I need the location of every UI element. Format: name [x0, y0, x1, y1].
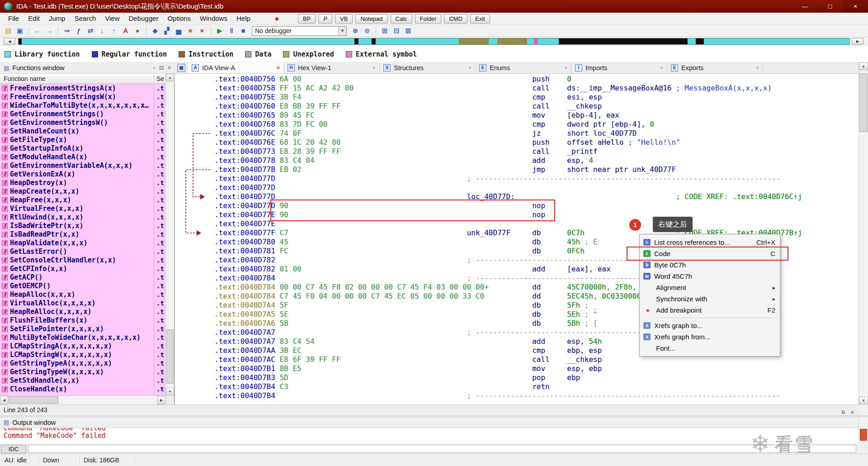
jump-down-icon[interactable]: ↓	[97, 26, 108, 36]
jump-address-icon[interactable]: ⇒	[61, 26, 72, 36]
scroll-down-icon[interactable]: ▼	[859, 397, 868, 404]
stop-process-icon[interactable]: ■	[238, 26, 249, 36]
scroll-up-icon[interactable]: ▲	[166, 74, 174, 81]
function-list-item[interactable]: fFreeEnvironmentStringsA(x).t	[0, 84, 165, 93]
function-list-item[interactable]: fGetLastError().t	[0, 247, 165, 256]
function-list-item[interactable]: fHeapReAlloc(x,x,x,x).t	[0, 308, 165, 316]
scroll-right-icon[interactable]: ▶	[157, 396, 165, 404]
quick-button-notepad[interactable]: Notepad	[355, 14, 387, 24]
function-list-item[interactable]: fVirtualAlloc(x,x,x,x).t	[0, 299, 165, 308]
function-list-item[interactable]: fRtlUnwind(x,x,x,x).t	[0, 213, 165, 222]
function-list-item[interactable]: fHeapValidate(x,x,x).t	[0, 239, 165, 247]
tab-hex-view-1[interactable]: HHex View-1×	[284, 62, 380, 73]
function-list-item[interactable]: fGetStringTypeW(x,x,x,x).t	[0, 368, 165, 376]
function-list-item[interactable]: fWideCharToMultiByte(x,x,x,x,x,x,x….t	[0, 101, 165, 110]
tab-enums[interactable]: EEnums×	[476, 62, 571, 73]
script-icon[interactable]: ∗	[185, 26, 196, 36]
scroll-down-icon[interactable]: ▼	[166, 388, 174, 395]
menu-options[interactable]: Options	[163, 13, 195, 24]
disasm-line[interactable]: .text:0040D77BEB 02jmpshort near ptr unk…	[175, 165, 859, 174]
disasm-line[interactable]: .text:0040D7B4; ------------------------…	[175, 391, 859, 400]
function-list-item[interactable]: fHeapFree(x,x,x).t	[0, 196, 165, 204]
attach-process-icon[interactable]: ⊕	[350, 26, 361, 36]
tile-windows-icon[interactable]: ⊟	[391, 26, 402, 36]
function-list-item[interactable]: fHeapAlloc(x,x,x).t	[0, 290, 165, 299]
column-segment[interactable]: Se	[156, 74, 164, 84]
minimize-button[interactable]: —	[792, 0, 817, 13]
scroll-thumb[interactable]	[9, 396, 58, 404]
function-list-item[interactable]: fVirtualFree(x,x,x).t	[0, 204, 165, 213]
tab-ida-view-a[interactable]: AIDA View-A×	[188, 62, 284, 73]
menu-help[interactable]: Help	[232, 13, 255, 24]
windows-list-icon[interactable]: ⊞	[379, 26, 390, 36]
menu-windows[interactable]: Windows	[195, 13, 232, 24]
tab-close-icon[interactable]: ×	[756, 65, 759, 71]
navigation-band[interactable]	[18, 38, 850, 45]
context-menu-item-add-breakpoint[interactable]: ●Add breakpointF2	[640, 304, 780, 316]
jump-xref-icon[interactable]: ⇄	[85, 26, 96, 36]
tab-close-icon[interactable]: ×	[564, 65, 567, 71]
function-list-item[interactable]: fFlushFileBuffers(x).t	[0, 316, 165, 325]
context-menu-item-font[interactable]: Font...	[640, 342, 780, 354]
tab-close-icon[interactable]: ×	[277, 65, 280, 71]
scroll-left-icon[interactable]: ◀	[0, 396, 8, 404]
open-file-icon[interactable]: ▤	[3, 26, 14, 36]
scroll-thumb[interactable]	[166, 329, 174, 384]
disasm-line[interactable]: .text:0040D7B18B E5movesp, ebp	[175, 364, 859, 373]
cancel-icon[interactable]: ×	[197, 26, 208, 36]
callgraph-icon[interactable]: ▞	[161, 26, 172, 36]
disasm-line[interactable]: .text:0040D76E68 1C 20 42 00pushoffset a…	[175, 138, 859, 147]
disasm-line[interactable]: .text:0040D760E8 BB 39 FF FFcall__chkesp	[175, 102, 859, 111]
menu-debugger[interactable]: Debugger	[124, 13, 163, 24]
dock-panel-icon[interactable]: ⊟	[159, 65, 164, 71]
close-button[interactable]: ×	[843, 0, 868, 13]
column-function-name[interactable]: Function name	[4, 74, 46, 84]
menu-view[interactable]: View	[100, 13, 124, 24]
disasm-line[interactable]: .text:0040D77D	[175, 183, 859, 192]
disasm-line[interactable]: .text:0040D7B35Dpopebp	[175, 373, 859, 382]
function-list-item[interactable]: fGetEnvironmentVariableA(x,x,x).t	[0, 162, 165, 170]
tab-close-icon[interactable]: ×	[373, 65, 376, 71]
column-divider[interactable]	[154, 75, 154, 83]
nav-back-icon[interactable]: ←	[32, 26, 43, 36]
disasm-line[interactable]: .text:0040D76589 45 FCmov[ebp-4], eax	[175, 111, 859, 120]
flowchart-icon[interactable]: ◆	[150, 26, 160, 36]
disasm-line[interactable]: .text:0040D77D; ------------------------…	[175, 174, 859, 183]
context-menu-item-xrefs-graph-from[interactable]: xXrefs graph from...	[640, 331, 780, 342]
function-list-item[interactable]: fLCMapStringA(x,x,x,x,x,x).t	[0, 342, 165, 351]
function-list-item[interactable]: fGetStartupInfoA(x).t	[0, 144, 165, 153]
menu-file[interactable]: File	[4, 13, 24, 24]
function-list-item[interactable]: fLCMapStringW(x,x,x,x,x,x).t	[0, 351, 165, 359]
tab-structures[interactable]: SStructures×	[380, 62, 476, 73]
close-panel-icon[interactable]: ×	[168, 65, 171, 71]
function-list-item[interactable]: fSetHandleCount(x).t	[0, 127, 165, 136]
function-list-item[interactable]: fGetStringTypeA(x,x,x,x,x).t	[0, 359, 165, 368]
view-selector-icon[interactable]: ▦	[177, 64, 185, 72]
disasm-line[interactable]: .text:0040D76C74 0Fjzshort loc_40D77D	[175, 129, 859, 138]
function-list-item[interactable]: fGetCPInfo(x,x).t	[0, 265, 165, 273]
navband-left-arrow-icon[interactable]: ◀	[4, 38, 15, 45]
idc-tab[interactable]: IDC	[1, 445, 26, 453]
save-icon[interactable]: ▣	[14, 26, 25, 36]
function-list-item[interactable]: fGetEnvironmentStringsW().t	[0, 119, 165, 127]
function-list-item[interactable]: fMultiByteToWideChar(x,x,x,x,x,x).t	[0, 333, 165, 342]
ascii-strings-icon[interactable]: A	[120, 26, 131, 36]
barchart-icon[interactable]: ▅	[173, 26, 184, 36]
debugger-select[interactable]: No debugger▼	[252, 26, 347, 36]
function-list-header[interactable]: Function name Se	[0, 74, 175, 84]
function-list-item[interactable]: fGetEnvironmentStrings().t	[0, 110, 165, 119]
quick-button-p[interactable]: P	[318, 14, 332, 24]
start-process-icon[interactable]: ▶	[214, 26, 225, 36]
quick-button-vb[interactable]: VB	[335, 14, 353, 24]
disasm-line[interactable]: .text:0040D76883 7D FC 00cmpdword ptr [e…	[175, 120, 859, 129]
tab-imports[interactable]: IImports×	[571, 62, 667, 73]
functions-horizontal-scrollbar[interactable]: ◀ ▶	[0, 395, 165, 404]
functions-vertical-scrollbar[interactable]: ▲ ▼	[165, 74, 174, 395]
disasm-line[interactable]: .text:0040D77883 C4 04addesp, 4	[175, 156, 859, 165]
disasm-line[interactable]: .text:0040D75E3B F4cmpesi, esp	[175, 93, 859, 102]
colors-icon[interactable]: ●	[132, 26, 143, 36]
context-menu-item-word-45c7h[interactable]: wWord 45C7h	[640, 271, 780, 282]
tab-close-icon[interactable]: ×	[468, 65, 472, 71]
function-list-item[interactable]: fSetStdHandle(x,x).t	[0, 376, 165, 385]
disasm-line[interactable]: .text:0040D7B4C3retn	[175, 382, 859, 391]
